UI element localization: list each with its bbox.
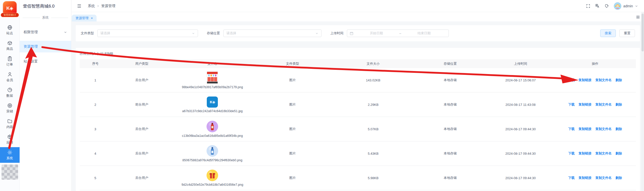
- download-link[interactable]: 下载: [568, 127, 575, 131]
- scrollbar-thumb[interactable]: [641, 14, 644, 51]
- column-header-file-type: 文件类型: [252, 61, 333, 66]
- sidebar-item-permission[interactable]: 权限管理: [20, 27, 71, 38]
- tab-resource-management[interactable]: 资源管理 ×: [72, 15, 97, 21]
- sidebar-item-label: 站点设置: [24, 59, 38, 64]
- table-row: 2 前台用户 K◈ a67b3137c9dc242a974c64d16b33de…: [80, 92, 636, 117]
- cell-file-type: 图片: [252, 151, 333, 156]
- copy-link-link[interactable]: 复制链接: [578, 176, 591, 180]
- copy-link-link[interactable]: 复制链接: [578, 127, 591, 131]
- download-link[interactable]: 下载: [568, 151, 575, 156]
- delete-link[interactable]: 删除: [615, 78, 622, 82]
- rail-item-site[interactable]: 站点: [0, 22, 20, 38]
- member-person-icon: [7, 72, 13, 77]
- cell-storage: 本地存储: [414, 102, 487, 107]
- fullscreen-icon[interactable]: [586, 4, 590, 8]
- cell-upload-time: 2024-08-17 09:44:30: [487, 176, 554, 180]
- rail-item-goods[interactable]: 商品: [0, 38, 20, 53]
- delete-link[interactable]: 删除: [615, 102, 622, 107]
- blurred-rail-item: [2, 165, 18, 180]
- cell-file-size: 5.98KB: [333, 176, 414, 180]
- yellow-product-thumb[interactable]: [207, 170, 218, 181]
- cell-actions: 下载 复制链接 复制文件名 删除: [554, 78, 636, 82]
- delete-link[interactable]: 删除: [615, 151, 622, 156]
- search-button[interactable]: 搜索: [600, 29, 616, 37]
- column-header-actions: 操作: [554, 61, 636, 66]
- close-icon[interactable]: ×: [91, 16, 93, 20]
- cell-actions: 下载 复制链接 复制文件名 删除: [554, 151, 636, 156]
- rail-item-label: 营销: [7, 109, 13, 114]
- rail-item-system[interactable]: 系统: [0, 147, 20, 163]
- storage-label: 存储位置: [207, 31, 220, 36]
- upload-time-label: 上传时间: [330, 31, 343, 36]
- file-type-select[interactable]: 请选择: [97, 29, 198, 37]
- rail-item-data[interactable]: 数据: [0, 85, 20, 100]
- download-link[interactable]: 下载: [568, 176, 575, 180]
- rail-item-marketing[interactable]: 营销: [0, 100, 20, 116]
- date-start-placeholder[interactable]: 开始日期: [354, 31, 398, 36]
- language-translate-icon[interactable]: [595, 4, 600, 8]
- download-link[interactable]: 下载: [568, 78, 575, 82]
- username: admin: [623, 4, 633, 8]
- rail-item-content[interactable]: 内容: [0, 116, 20, 132]
- sidebar-item-resource[interactable]: 资源管理: [20, 41, 71, 52]
- blue-product-thumb[interactable]: [207, 145, 218, 157]
- vertical-scrollbar[interactable]: [641, 12, 644, 191]
- goods-package-icon: [7, 40, 13, 46]
- date-range-input[interactable]: 开始日期 – 结束日期: [347, 29, 449, 37]
- system-gear-icon: [7, 150, 13, 155]
- breadcrumb: 系统 > 资源管理: [88, 4, 115, 8]
- main-area: 系统 > 资源管理 admin 资源管理: [72, 0, 644, 191]
- collapse-menu-icon[interactable]: [77, 4, 82, 9]
- delete-link[interactable]: 删除: [615, 176, 622, 180]
- copy-filename-link[interactable]: 复制文件名: [595, 127, 612, 131]
- calendar-icon: [350, 31, 353, 35]
- column-header-file-size: 文件大小: [333, 61, 414, 66]
- cell-user-type: 后台用户: [111, 127, 173, 131]
- breadcrumb-separator: >: [97, 4, 99, 8]
- rail-item-label: 商品: [7, 47, 13, 51]
- rail-item-label: 内容: [7, 125, 13, 129]
- app-logo[interactable]: K◈ 智慧商城6.0: [0, 1, 20, 15]
- copy-filename-link[interactable]: 复制文件名: [595, 78, 612, 82]
- reset-button[interactable]: 重置: [619, 29, 635, 37]
- rail-item-app[interactable]: 应用: [0, 132, 20, 147]
- column-header-upload-time: 上传时间: [487, 61, 554, 66]
- cell-file-size: 5.07KB: [333, 127, 414, 131]
- column-header-index: 序号: [80, 61, 111, 66]
- chevron-down-icon: [192, 32, 195, 35]
- theme-tag-icon[interactable]: [605, 4, 609, 8]
- copy-filename-link[interactable]: 复制文件名: [595, 151, 612, 156]
- cell-file: K◈ a67b3137c9dc242a974c64d16b33de51.jpg: [173, 97, 252, 113]
- copy-filename-link[interactable]: 复制文件名: [595, 102, 612, 107]
- breadcrumb-root[interactable]: 系统: [88, 4, 95, 8]
- blue-logo-thumb[interactable]: K◈: [207, 97, 218, 108]
- user-menu[interactable]: admin: [614, 2, 638, 10]
- copy-link-link[interactable]: 复制链接: [578, 102, 591, 107]
- rail-item-label: 订单: [7, 62, 13, 67]
- sidebar-item-label: 资源管理: [24, 44, 38, 49]
- cell-index: 1: [80, 78, 111, 82]
- cell-upload-time: 2024-08-17 11:43:08: [487, 103, 554, 107]
- sidebar-section-title: 系统: [42, 15, 49, 20]
- cell-storage: 本地存储: [414, 151, 487, 156]
- copy-filename-link[interactable]: 复制文件名: [595, 176, 612, 180]
- copy-link-link[interactable]: 复制链接: [578, 151, 591, 156]
- filename-text: c13b06ba3a1ac0a616d85e8d1a69f34b.png: [182, 134, 243, 138]
- purple-product-thumb[interactable]: [207, 121, 218, 132]
- filename-text: 850675882a976c4d5f796c294f630eb0.png: [182, 158, 242, 162]
- table-row: 5 后台用户 9d2c4d250e52e79cb618b7a6431656e7.…: [80, 166, 636, 190]
- tab-options-grid-icon[interactable]: [636, 15, 640, 19]
- filter-panel: 文件类型 请选择 存储位置 请选择 上传时间 开始日期 – 结束日期 搜索 重置: [76, 25, 640, 41]
- app-cube-icon: [7, 134, 13, 140]
- download-link[interactable]: 下载: [568, 102, 575, 107]
- rail-item-member[interactable]: 会员: [0, 69, 20, 85]
- rail-item-order[interactable]: 订单: [0, 53, 20, 69]
- delete-link[interactable]: 删除: [615, 127, 622, 131]
- storage-select[interactable]: 请选择: [223, 29, 321, 37]
- chevron-down-icon: [64, 30, 67, 34]
- app-screenshot-thumb[interactable]: [207, 72, 218, 84]
- sidebar-item-site-settings[interactable]: 站点设置: [20, 56, 71, 67]
- cell-user-type: 后台用户: [111, 78, 173, 82]
- copy-link-link[interactable]: 复制链接: [578, 78, 591, 82]
- date-end-placeholder[interactable]: 结束日期: [402, 31, 446, 36]
